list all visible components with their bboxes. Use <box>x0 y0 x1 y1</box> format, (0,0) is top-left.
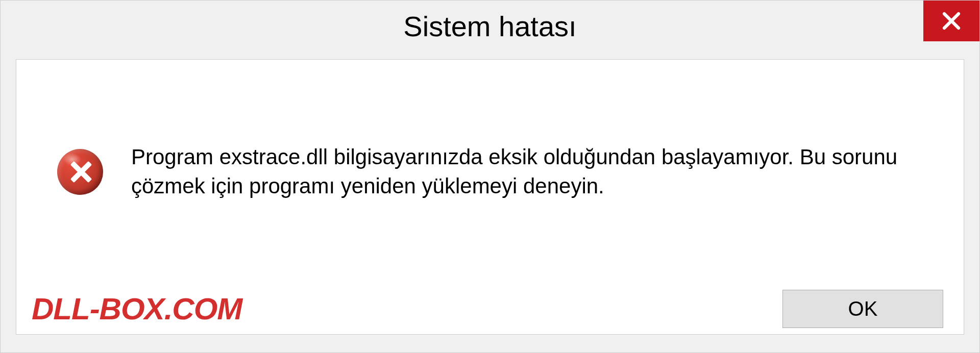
titlebar: Sistem hatası <box>1 1 979 52</box>
ok-button[interactable]: OK <box>782 290 943 328</box>
content-area: Program exstrace.dll bilgisayarınızda ek… <box>16 59 964 284</box>
footer-area: DLL-BOX.COM OK <box>16 284 964 335</box>
close-icon <box>941 10 962 32</box>
dialog-title: Sistem hatası <box>403 10 576 43</box>
close-button[interactable] <box>923 1 979 41</box>
error-icon <box>57 149 103 195</box>
watermark-text: DLL-BOX.COM <box>32 291 242 326</box>
error-message: Program exstrace.dll bilgisayarınızda ek… <box>131 143 923 200</box>
error-dialog: Sistem hatası Program exstrace.dll bilgi… <box>0 0 980 353</box>
